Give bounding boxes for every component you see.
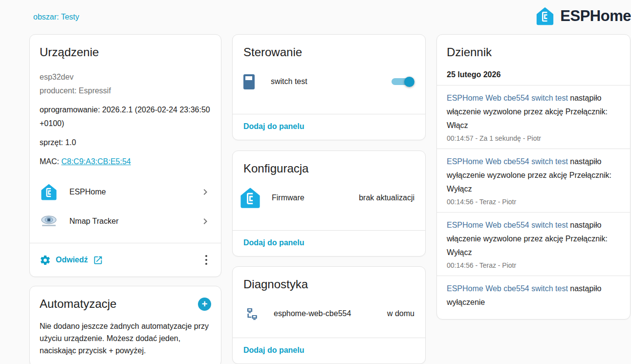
diagnostics-card-title: Diagnostyka	[233, 277, 425, 292]
switch-entity-name[interactable]: switch test	[271, 77, 392, 86]
logbook-entry: ESPHome Web cbe554 switch test nastąpiło…	[437, 86, 630, 149]
logbook-timestamp: 00:14:56 - Teraz - Piotr	[447, 260, 620, 271]
esphome-brand: ESPHome	[535, 6, 631, 26]
firmware-entity-name[interactable]: Firmware	[272, 193, 359, 202]
tracker-state: w domu	[387, 309, 414, 318]
configuration-card-footer: Dodaj do panelu	[233, 230, 425, 256]
device-manufacturer: producent: Espressif	[40, 84, 211, 98]
lan-network-icon	[245, 307, 259, 321]
device-model: esp32dev	[40, 70, 211, 84]
switch-toggle[interactable]	[392, 74, 414, 89]
device-card-title: Urządzenie	[40, 44, 211, 60]
logbook-entry: ESPHome Web cbe554 switch test nastąpiło…	[437, 276, 630, 314]
device-firmware: oprogramowanie: 2026.2.1 (2026-02-24 23:…	[40, 103, 211, 130]
add-automation-button[interactable]: +	[198, 298, 211, 311]
diagnostics-card: Diagnostyka esph	[232, 266, 426, 364]
chevron-right-icon	[199, 215, 211, 227]
controls-card: Sterowanie switch test Dodaj do panelu	[232, 34, 426, 140]
logbook-entry: ESPHome Web cbe554 switch test nastąpiło…	[437, 149, 630, 212]
logbook-card: Dziennik 25 lutego 2026 ESPHome Web cbe5…	[436, 34, 631, 320]
integration-label: Nmap Tracker	[69, 217, 199, 226]
device-info-card: Urządzenie esp32dev producent: Espressif…	[29, 34, 221, 277]
logbook-entity-link[interactable]: ESPHome Web cbe554 switch test	[447, 94, 568, 102]
integration-row-nmap[interactable]: Nmap Tracker	[30, 207, 221, 236]
add-to-panel-link[interactable]: Dodaj do panelu	[243, 238, 304, 247]
add-to-panel-link[interactable]: Dodaj do panelu	[243, 346, 304, 354]
logbook-timestamp: 00:14:57 - Za 1 sekundę - Piotr	[447, 133, 620, 144]
controls-card-footer: Dodaj do panelu	[233, 114, 425, 140]
esphome-firmware-icon	[239, 186, 262, 210]
device-mac-row: MAC: C8:C9:A3:CB:E5:54	[40, 155, 211, 169]
logbook-entity-link[interactable]: ESPHome Web cbe554 switch test	[447, 221, 568, 229]
tracker-entity-name[interactable]: esphome-web-cbe554	[274, 309, 387, 318]
controls-card-title: Sterowanie	[233, 44, 425, 60]
visit-device-button[interactable]: Odwiedź	[40, 255, 103, 266]
switch-entity-icon	[243, 74, 255, 89]
brand-title: ESPHome	[560, 7, 631, 25]
device-card-footer: Odwiedź	[30, 243, 221, 277]
breadcrumb[interactable]: obszar: Testy	[33, 13, 79, 21]
device-menu-kebab-icon[interactable]	[201, 251, 211, 269]
integration-list: ESPHome Nmap Tracker	[30, 177, 221, 236]
mac-label: MAC:	[40, 157, 59, 166]
logbook-entity-link[interactable]: ESPHome Web cbe554 switch test	[447, 284, 568, 293]
firmware-entity-row: Firmware brak aktualizacji	[233, 184, 425, 212]
automations-empty-text: Nie dodano jeszcze żadnych automatyzacje…	[40, 320, 211, 357]
add-to-panel-link[interactable]: Dodaj do panelu	[243, 122, 304, 130]
page-header: obszar: Testy ESPHome	[0, 0, 631, 34]
firmware-state: brak aktualizacji	[359, 193, 414, 202]
automations-card: Automatyzacje + Nie dodano jeszcze żadny…	[29, 286, 221, 364]
chevron-right-icon	[199, 186, 211, 198]
esphome-integration-icon	[40, 183, 58, 201]
open-in-new-icon	[93, 255, 103, 265]
gear-icon	[40, 255, 51, 266]
logbook-entry: ESPHome Web cbe554 switch test nastąpiło…	[437, 213, 630, 276]
integration-row-esphome[interactable]: ESPHome	[30, 177, 221, 207]
integration-label: ESPHome	[69, 188, 199, 196]
cards-grid: Urządzenie esp32dev producent: Espressif…	[0, 34, 631, 364]
configuration-card-title: Konfiguracja	[233, 161, 425, 176]
nmap-tracker-icon	[40, 214, 58, 229]
diagnostics-card-footer: Dodaj do panelu	[233, 338, 425, 364]
logbook-date: 25 lutego 2026	[437, 70, 630, 79]
mac-address-link[interactable]: C8:C9:A3:CB:E5:54	[61, 157, 131, 166]
switch-entity-row: switch test	[233, 68, 425, 95]
configuration-card: Konfiguracja Firmware brak aktualizacji …	[232, 150, 426, 257]
logbook-timestamp: 00:14:56 - Teraz - Piotr	[447, 196, 620, 207]
logbook-card-title: Dziennik	[437, 44, 630, 60]
automations-card-title: Automatyzacje	[40, 296, 116, 312]
tracker-entity-row: esphome-web-cbe554 w domu	[233, 300, 425, 327]
esphome-logo-icon	[535, 6, 555, 26]
device-hardware: sprzęt: 1.0	[40, 136, 211, 150]
visit-label: Odwiedź	[56, 256, 88, 264]
logbook-entity-link[interactable]: ESPHome Web cbe554 switch test	[447, 157, 568, 166]
